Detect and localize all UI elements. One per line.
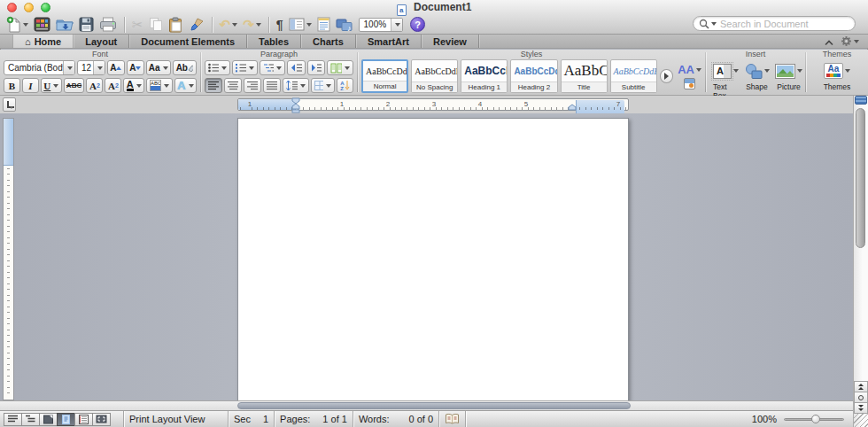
align-left-button[interactable] — [205, 78, 222, 93]
zoom-slider-knob[interactable] — [811, 415, 820, 423]
format-painter-button[interactable] — [188, 16, 205, 34]
zoom-slider[interactable] — [784, 414, 844, 424]
text-box-button[interactable]: A Text Box — [713, 61, 739, 100]
hanging-indent-marker[interactable] — [291, 104, 300, 113]
outline-view-button[interactable] — [21, 413, 40, 426]
multilevel-list-button[interactable] — [260, 60, 285, 75]
text-effects-button[interactable]: A — [174, 78, 197, 93]
increase-indent-button[interactable] — [307, 60, 325, 75]
underline-button[interactable]: U — [41, 78, 62, 93]
save-button[interactable] — [79, 16, 94, 34]
document-page[interactable] — [237, 118, 629, 400]
search-scope-caret[interactable] — [711, 22, 717, 26]
media-browser-button[interactable]: ♪ — [336, 16, 353, 34]
styles-scroll-button[interactable] — [660, 69, 674, 83]
ribbon-settings-button[interactable] — [841, 35, 859, 47]
vertical-scrollbar-thumb[interactable] — [856, 108, 865, 248]
font-color-button[interactable]: A — [123, 78, 144, 93]
vertical-scrollbar[interactable] — [853, 96, 868, 427]
show-formatting-button[interactable]: ¶ — [276, 16, 283, 34]
bold-button[interactable]: B — [4, 78, 20, 93]
align-right-button[interactable] — [244, 78, 261, 93]
ruler-row: 1 1 2 3 4 5 7 — [0, 96, 853, 113]
style-normal[interactable]: AaBbCcDdEeNormal — [361, 59, 408, 93]
bullets-button[interactable] — [205, 60, 230, 75]
notebook-layout-button[interactable] — [74, 413, 93, 426]
redo-button[interactable]: ↷ — [243, 16, 261, 34]
tab-stop-selector-button[interactable] — [3, 97, 16, 112]
tab-charts[interactable]: Charts — [301, 35, 356, 48]
sort-button[interactable]: AZ — [337, 78, 353, 93]
picture-button[interactable]: Picture — [775, 61, 802, 100]
right-indent-marker[interactable] — [568, 104, 577, 111]
highlight-button[interactable]: ABC — [146, 78, 173, 93]
zoom-select[interactable]: 100% — [359, 18, 404, 32]
pages-status[interactable]: Pages:1 of 1 — [280, 414, 347, 424]
columns-button[interactable] — [327, 60, 353, 75]
collapse-ribbon-button[interactable] — [825, 34, 833, 50]
shape-button[interactable]: Shape — [744, 61, 770, 100]
focus-view-button[interactable] — [92, 413, 111, 426]
style-title[interactable]: AaBbCTitle — [561, 59, 608, 93]
grow-font-button[interactable]: A — [107, 60, 125, 75]
tab-review[interactable]: Review — [422, 35, 479, 48]
strikethrough-button[interactable]: ABC — [64, 78, 85, 93]
line-spacing-button[interactable] — [283, 78, 308, 93]
align-center-button[interactable] — [224, 78, 242, 93]
section-status[interactable]: Sec1 — [234, 414, 268, 424]
document-title-text: Document1 — [414, 1, 471, 13]
view-mode-label[interactable]: Print Layout View — [129, 414, 222, 424]
gallery-button[interactable] — [34, 16, 50, 34]
subscript-button[interactable]: A2 — [105, 78, 121, 93]
shrink-font-button[interactable]: A — [127, 60, 144, 75]
publishing-layout-button[interactable] — [39, 413, 58, 426]
show-notes-button[interactable] — [317, 16, 330, 34]
print-layout-view-button[interactable] — [57, 413, 75, 426]
window-resize-grip[interactable] — [854, 414, 868, 427]
copy-button[interactable] — [149, 16, 163, 34]
italic-button[interactable]: I — [22, 78, 39, 93]
next-page-button[interactable] — [854, 402, 868, 414]
style-heading-2[interactable]: AaBbCcDdEeHeading 2 — [510, 59, 557, 93]
cut-button[interactable]: ✂ — [132, 16, 143, 34]
clear-formatting-button[interactable]: Ab — [173, 60, 197, 75]
draft-view-button[interactable] — [4, 413, 22, 426]
outline-view-icon — [25, 415, 36, 423]
words-status[interactable]: Words:0 of 0 — [359, 414, 433, 424]
justify-button[interactable] — [263, 78, 281, 93]
tab-home[interactable]: ⌂Home — [12, 35, 74, 48]
notebook-layout-icon — [78, 415, 89, 424]
help-button[interactable]: ? — [410, 17, 425, 32]
tab-smartart[interactable]: SmartArt — [356, 35, 422, 48]
spelling-status-button[interactable] — [445, 413, 460, 425]
tab-layout[interactable]: Layout — [74, 35, 129, 48]
search-field[interactable]: Search in Document — [693, 16, 856, 31]
open-button[interactable] — [56, 16, 74, 34]
font-family-select[interactable]: Cambria (Body) — [4, 60, 75, 75]
group-label-font: Font — [0, 50, 200, 58]
superscript-button[interactable]: A2 — [86, 78, 103, 93]
style-heading-1[interactable]: AaBbCcDdHeading 1 — [461, 59, 508, 93]
focus-view-icon — [96, 415, 107, 423]
style-no-spacing[interactable]: AaBbCcDdEeNo Spacing — [411, 59, 458, 93]
font-size-select[interactable]: 12 — [77, 60, 105, 75]
horizontal-scrollbar[interactable] — [0, 400, 853, 410]
tab-document-elements[interactable]: Document Elements — [129, 35, 247, 48]
split-window-handle[interactable] — [855, 96, 867, 105]
style-subtitle[interactable]: AaBbCcDdEeSubtitle — [610, 59, 657, 93]
tab-tables[interactable]: Tables — [247, 35, 301, 48]
sidebar-icon — [289, 18, 305, 31]
undo-button[interactable]: ↶ — [220, 16, 238, 34]
paste-button[interactable] — [168, 16, 182, 34]
print-button[interactable] — [99, 16, 117, 34]
decrease-indent-button[interactable] — [287, 60, 305, 75]
themes-button[interactable]: Aa Themes — [824, 61, 851, 91]
manage-styles-button[interactable] — [684, 78, 695, 89]
horizontal-scrollbar-thumb[interactable] — [237, 402, 631, 409]
borders-button[interactable] — [311, 78, 335, 93]
change-case-button[interactable]: Aa — [146, 60, 171, 75]
numbering-button[interactable] — [232, 60, 258, 75]
new-document-button[interactable] — [6, 16, 28, 34]
sidebar-button[interactable] — [289, 16, 312, 34]
styles-text-effects-button[interactable]: AA — [678, 63, 701, 76]
